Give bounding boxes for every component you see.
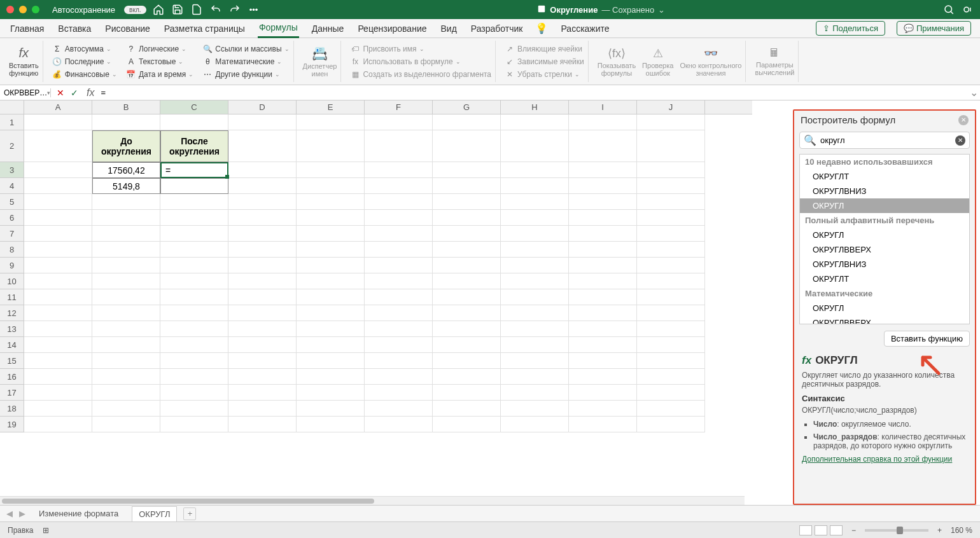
row-header[interactable]: 18 [0,401,24,417]
cell[interactable] [365,353,433,369]
cell[interactable] [228,369,297,385]
cancel-formula-button[interactable]: ✕ [55,87,66,99]
help-link[interactable]: Дополнительная справка по этой функции [802,455,952,464]
cell[interactable] [365,162,433,178]
cell[interactable] [297,258,365,273]
cell[interactable] [297,321,365,337]
row-header[interactable]: 17 [0,385,24,401]
cell[interactable] [433,210,501,226]
cell[interactable] [228,417,297,432]
tab-insert[interactable]: Вставка [57,20,92,38]
zoom-level[interactable]: 160 % [951,526,972,535]
cell[interactable] [501,210,569,226]
cell[interactable] [433,353,501,369]
tab-view[interactable]: Вид [440,20,458,38]
cell[interactable] [92,353,160,369]
cell[interactable] [365,321,433,337]
cell[interactable] [228,178,297,194]
row-header[interactable]: 6 [0,210,24,226]
cell[interactable] [24,385,92,401]
list-item[interactable]: ОКРУГЛВНИЗ [800,184,969,198]
row-header[interactable]: 9 [0,258,24,273]
cell[interactable] [365,226,433,242]
function-search-box[interactable]: 🔍 ✕ [799,132,970,149]
row-header[interactable]: 3 [0,162,24,178]
financial-button[interactable]: 💰Финансовые⌄ [52,69,117,79]
zoom-in-button[interactable]: + [937,526,942,535]
cell[interactable] [637,114,705,130]
row-header[interactable]: 12 [0,305,24,321]
tab-data[interactable]: Данные [311,20,346,38]
redo-icon[interactable] [229,4,241,15]
accessibility-icon[interactable]: ⊞ [43,526,49,535]
cell[interactable] [297,130,365,162]
cell-b3[interactable]: 17560,42 [92,162,160,178]
cell[interactable] [637,337,705,353]
cell[interactable] [569,258,637,273]
remove-arrows-button[interactable]: ✕Убрать стрелки⌄ [505,69,584,79]
cell[interactable] [433,114,501,130]
function-list[interactable]: 10 недавно использовавшихся ОКРУГЛТ ОКРУ… [799,154,970,324]
cell[interactable] [433,417,501,432]
cell[interactable] [160,369,228,385]
recent-button[interactable]: 🕓Последние⌄ [52,57,117,67]
row-header[interactable]: 2 [0,130,24,162]
tab-draw[interactable]: Рисование [104,20,151,38]
cell[interactable] [365,258,433,273]
save-icon[interactable] [172,4,183,15]
cell[interactable] [92,210,160,226]
text-button[interactable]: AТекстовые⌄ [126,57,193,67]
cell[interactable] [160,385,228,401]
sheet-tab[interactable]: Изменение формата [32,506,125,521]
list-item-selected[interactable]: ОКРУГЛ [800,198,969,213]
tab-developer[interactable]: Разработчик [470,20,524,38]
cell[interactable] [228,353,297,369]
cell[interactable] [433,226,501,242]
cell-c4[interactable] [160,178,228,194]
view-page-break-button[interactable] [830,525,843,535]
cell[interactable] [92,321,160,337]
cell[interactable] [92,114,160,130]
watch-window-button[interactable]: 👓Окно контрольного значения [680,46,741,77]
name-manager-button[interactable]: 📇 Диспетчер имен [303,46,337,78]
cell[interactable] [160,242,228,258]
autosum-button[interactable]: ΣАвтосумма⌄ [52,44,117,54]
name-box[interactable]: ОКРВВЕР…▾ [0,88,51,97]
cell[interactable] [24,417,92,432]
cell[interactable] [637,289,705,305]
cell[interactable] [92,289,160,305]
cell[interactable] [433,130,501,162]
cell[interactable] [569,130,637,162]
add-sheet-button[interactable]: + [183,507,196,520]
search-icon[interactable] [943,4,955,15]
cell[interactable] [501,321,569,337]
cell[interactable] [24,401,92,417]
autosave-toggle[interactable]: вкл. [124,6,146,14]
cell[interactable] [433,321,501,337]
list-item[interactable]: ОКРУГЛ [800,228,969,242]
cell[interactable] [501,273,569,289]
cell[interactable] [297,242,365,258]
cell[interactable] [637,321,705,337]
zoom-slider[interactable] [865,529,928,532]
cell[interactable] [24,130,92,162]
row-header[interactable]: 1 [0,114,24,130]
cell[interactable] [24,162,92,178]
cell[interactable] [228,114,297,130]
row-header[interactable]: 15 [0,353,24,369]
cell[interactable] [297,289,365,305]
col-header[interactable]: E [297,100,365,114]
cell[interactable] [637,401,705,417]
cell[interactable] [92,194,160,210]
cell[interactable] [365,417,433,432]
list-item[interactable]: ОКРУГЛВВЕРХ [800,242,969,257]
cell[interactable] [228,385,297,401]
cell[interactable] [160,226,228,242]
cell[interactable] [297,226,365,242]
cell[interactable] [160,321,228,337]
cell[interactable] [24,289,92,305]
more-fn-button[interactable]: ⋯Другие функции⌄ [202,69,289,79]
cell[interactable] [501,353,569,369]
list-item[interactable]: ОКРУГЛТ [800,169,969,184]
cell[interactable] [160,258,228,273]
